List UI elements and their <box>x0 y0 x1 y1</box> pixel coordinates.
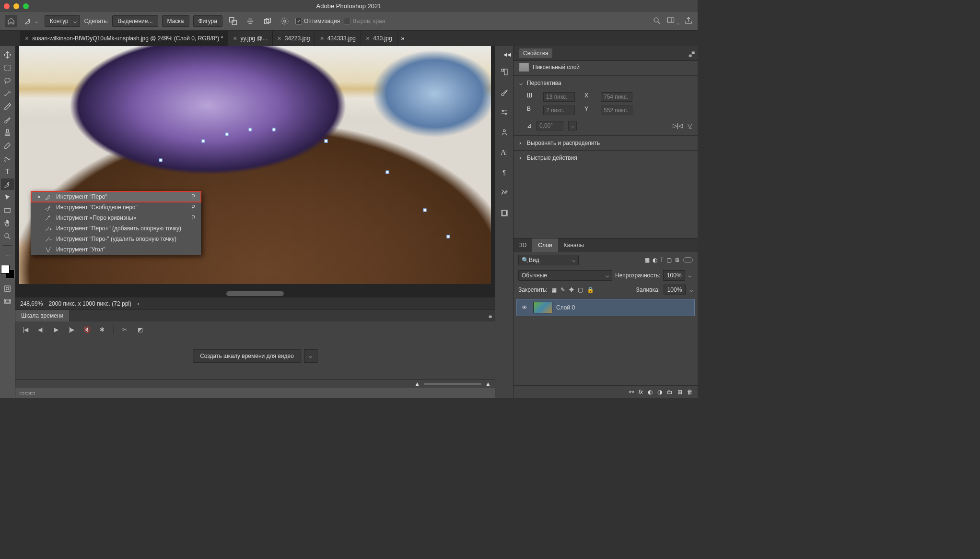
width-field[interactable]: 13 пикс. <box>543 92 575 102</box>
paragraph-panel-icon[interactable]: ¶ <box>499 167 510 178</box>
mute-button[interactable]: 🔇 <box>82 325 91 334</box>
color-swatches[interactable] <box>1 265 14 278</box>
close-window-button[interactable] <box>4 3 10 9</box>
tab-channels[interactable]: Каналы <box>558 238 590 252</box>
brush-tool[interactable] <box>1 114 14 125</box>
type-panel-icon[interactable]: A| <box>499 147 510 158</box>
horizontal-scrollbar[interactable] <box>226 291 284 296</box>
filter-shape-icon[interactable]: ▢ <box>666 257 672 263</box>
quick-actions-section[interactable]: ›Быстрые действия <box>513 150 698 165</box>
make-shape-button[interactable]: Фигура <box>193 15 222 27</box>
lock-transparency-icon[interactable]: ▦ <box>551 286 557 293</box>
gear-icon[interactable] <box>278 15 292 27</box>
tool-preset[interactable]: ⌵ <box>21 15 41 27</box>
flyout-item-convert-point[interactable]: Инструмент "Угол" <box>31 244 201 255</box>
fx-icon[interactable]: fx <box>639 389 643 395</box>
tab-3d[interactable]: 3D <box>513 238 532 252</box>
pick-mode-select[interactable]: Контур <box>45 15 80 27</box>
frames-icon[interactable]: ▭▭▭ <box>19 390 35 396</box>
quickmask-button[interactable] <box>1 283 14 294</box>
x-field[interactable]: 754 пикс. <box>601 92 632 102</box>
type-tool[interactable] <box>1 166 14 177</box>
properties-tab[interactable]: Свойства <box>519 48 552 58</box>
flyout-item-curvature-pen[interactable]: Инструмент «Перо кривизны» P <box>31 213 201 223</box>
pen-tool[interactable] <box>1 178 14 190</box>
screenmode-button[interactable] <box>1 296 14 307</box>
flyout-item-add-anchor[interactable]: Инструмент "Перо+" (добавить опорную точ… <box>31 223 201 234</box>
eyedropper-tool[interactable] <box>1 101 14 112</box>
wand-tool[interactable] <box>1 88 14 99</box>
make-mask-button[interactable]: Маска <box>162 15 189 27</box>
optimize-checkbox[interactable]: Оптимизация <box>295 18 340 24</box>
path-arrange-icon[interactable] <box>261 15 274 27</box>
share-icon[interactable] <box>684 16 693 26</box>
timeline-zoom-slider[interactable] <box>424 383 481 385</box>
group-icon[interactable]: 🗀 <box>667 389 673 395</box>
gradient-tool[interactable] <box>1 153 14 164</box>
status-chevron-icon[interactable]: › <box>137 300 139 307</box>
filter-adjust-icon[interactable]: ◐ <box>653 257 657 263</box>
document-tab[interactable]: ×susan-wilkinson-BfWDyQ10uMk-unsplash.jp… <box>20 31 228 46</box>
layer-row[interactable]: 👁 Слой 0 <box>516 299 695 316</box>
link-layers-icon[interactable]: ⚯ <box>629 389 634 395</box>
history-panel-icon[interactable] <box>499 67 510 77</box>
libraries-panel-icon[interactable] <box>499 208 510 218</box>
edit-toolbar-button[interactable]: ··· <box>1 249 14 261</box>
lock-position-icon[interactable]: ✥ <box>569 286 574 293</box>
path-ops-icon[interactable] <box>226 15 240 27</box>
opacity-dropdown-icon[interactable]: ⌵ <box>688 272 691 279</box>
filter-pixel-icon[interactable]: ▦ <box>644 257 650 263</box>
flyout-item-delete-anchor[interactable]: Инструмент "Перо-" (удалить опорную точк… <box>31 234 201 244</box>
goto-first-frame-button[interactable]: |◀ <box>21 325 30 334</box>
trash-icon[interactable]: 🗑 <box>687 389 693 395</box>
panel-menu-icon[interactable]: ≡ <box>686 49 695 61</box>
flip-vertical-icon[interactable]: ▽̲ <box>688 122 692 129</box>
flyout-item-pen[interactable]: ▪ Инструмент "Перо" P <box>31 191 201 202</box>
fill-dropdown-icon[interactable]: ⌵ <box>689 286 693 293</box>
zoom-tool[interactable] <box>1 230 14 242</box>
timeline-tab[interactable]: Шкала времени <box>15 310 69 321</box>
rectangle-tool[interactable] <box>1 204 14 216</box>
home-button[interactable] <box>5 15 17 27</box>
split-button[interactable]: ✂ <box>120 325 129 334</box>
document-tab[interactable]: ×434333.jpg <box>315 31 361 46</box>
adjustment-layer-icon[interactable]: ◑ <box>657 389 662 395</box>
canvas-area[interactable]: ▪ Инструмент "Перо" P Инструмент "Свобод… <box>15 46 495 297</box>
next-frame-button[interactable]: |▶ <box>67 325 76 334</box>
foreground-swatch[interactable] <box>1 265 10 274</box>
adjustments-panel-icon[interactable] <box>499 107 510 118</box>
lock-artboard-icon[interactable]: ▢ <box>578 286 583 293</box>
flip-horizontal-icon[interactable]: ▷|◁ <box>673 122 683 129</box>
zoom-readout[interactable]: 248,69% <box>20 300 43 307</box>
move-tool[interactable] <box>1 49 14 60</box>
align-section[interactable]: ›Выровнять и распределить <box>513 135 698 150</box>
transform-section[interactable]: ⌵Перспектива <box>513 75 698 90</box>
create-video-timeline-button[interactable]: Создать шкалу времени для видео <box>193 349 301 363</box>
height-field[interactable]: 2 пикс. <box>543 106 575 115</box>
flyout-item-freeform-pen[interactable]: Инструмент "Свободное перо" P <box>31 202 201 213</box>
document-tab[interactable]: ×34223.jpg <box>273 31 315 46</box>
timeline-zoom-out-icon[interactable]: ▲ <box>414 381 420 387</box>
minimize-window-button[interactable] <box>13 3 19 9</box>
timeline-zoom-in-icon[interactable]: ▲ <box>485 381 491 387</box>
eraser-tool[interactable] <box>1 140 14 151</box>
maximize-window-button[interactable] <box>23 3 29 9</box>
blend-mode-select[interactable]: Обычные <box>518 270 612 281</box>
angle-dropdown[interactable]: ⌵ <box>568 121 577 131</box>
visibility-toggle-icon[interactable]: 👁 <box>522 304 529 311</box>
lock-pixels-icon[interactable]: ✎ <box>560 286 565 293</box>
doc-info-readout[interactable]: 2000 пикс. x 1000 пикс. (72 ppi) <box>48 300 131 307</box>
fill-field[interactable]: 100% <box>664 285 686 295</box>
filter-toggle[interactable] <box>683 257 693 263</box>
brushes-panel-icon[interactable] <box>499 87 510 97</box>
actions-panel-icon[interactable] <box>499 188 510 198</box>
filter-smart-icon[interactable]: 🗎 <box>675 257 680 263</box>
path-select-tool[interactable] <box>1 191 14 203</box>
prev-frame-button[interactable]: ◀| <box>36 325 45 334</box>
stamp-tool[interactable] <box>1 127 14 138</box>
hand-tool[interactable] <box>1 217 14 229</box>
lock-all-icon[interactable]: 🔒 <box>587 286 594 293</box>
lasso-tool[interactable] <box>1 75 14 86</box>
collapse-panels-icon[interactable]: ◀◀ <box>503 52 513 57</box>
timeline-mode-dropdown[interactable]: ⌵ <box>304 349 317 363</box>
